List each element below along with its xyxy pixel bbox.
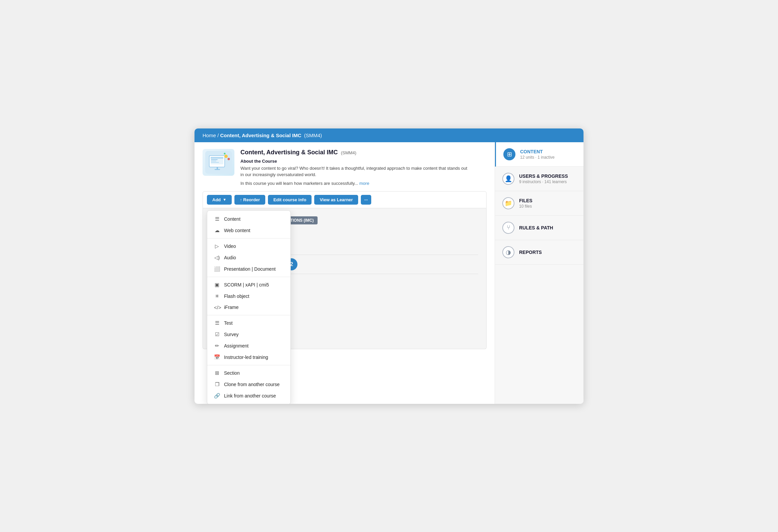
breadcrumb-home[interactable]: Home (203, 132, 216, 138)
dropdown-item-video[interactable]: ▷Video (207, 241, 290, 252)
flash-label: Flash object (224, 294, 249, 299)
web-content-icon: ☁ (214, 227, 220, 233)
sidebar-text-users-progress: USERS & PROGRESS9 instructors · 141 lear… (519, 173, 568, 184)
svg-point-9 (224, 155, 228, 158)
svg-rect-5 (211, 161, 216, 161)
sidebar-item-content[interactable]: ⊞CONTENT12 units · 1 inactive (495, 142, 584, 167)
svg-rect-6 (211, 162, 219, 163)
topbar: Home / Content, Advertising & Social IMC… (194, 128, 584, 142)
course-thumbnail (203, 149, 234, 176)
dropdown-item-flash[interactable]: ✳Flash object (207, 290, 290, 302)
dropdown-item-scorm[interactable]: ▣SCORM | xAPI | cmi5 (207, 279, 290, 290)
sidebar-title-content: CONTENT (520, 149, 555, 154)
iframe-icon: </> (214, 305, 220, 310)
dropdown-item-section[interactable]: ⊞Section (207, 367, 290, 379)
sidebar-subtitle-files: 10 files (519, 204, 533, 209)
add-dropdown-menu: ☰Content☁Web content▷Video◁)Audio⬜Presen… (207, 210, 291, 404)
audio-icon: ◁) (214, 255, 220, 261)
sidebar-subtitle-users-progress: 9 instructors · 141 learners (519, 179, 568, 184)
test-icon: ☰ (214, 320, 220, 326)
sidebar-item-users-progress[interactable]: 👤USERS & PROGRESS9 instructors · 141 lea… (495, 167, 584, 191)
dropdown-item-link[interactable]: 🔗Link from another course (207, 390, 290, 402)
ilt-label: Instructor-led training (224, 355, 268, 360)
files-icon: 📁 (502, 197, 514, 209)
scorm-icon: ▣ (214, 282, 220, 288)
rules-path-icon: ⑂ (502, 222, 514, 234)
reorder-button[interactable]: ↑ Reorder (234, 195, 265, 205)
sidebar-text-files: FILES10 files (519, 198, 533, 209)
sidebar-title-files: FILES (519, 198, 533, 203)
sidebar-title-reports: REPORTS (519, 250, 542, 255)
reports-icon: ◑ (502, 246, 514, 258)
clone-label: Clone from another course (224, 382, 280, 387)
sidebar-item-reports[interactable]: ◑REPORTS (495, 240, 584, 265)
assignment-label: Assignment (224, 343, 248, 349)
video-icon: ▷ (214, 243, 220, 249)
svg-rect-8 (215, 169, 220, 170)
sidebar-title-rules-path: RULES & PATH (519, 225, 553, 230)
main-layout: Content, Advertising & Social IMC (SMM4)… (194, 142, 584, 404)
dropdown-divider (207, 365, 290, 365)
dropdown-divider (207, 315, 290, 315)
dropdown-item-presentation[interactable]: ⬜Presentation | Document (207, 263, 290, 275)
right-sidebar: ⊞CONTENT12 units · 1 inactive👤USERS & PR… (495, 142, 584, 404)
survey-icon: ☑ (214, 331, 220, 337)
content-label: Content (224, 216, 240, 222)
add-button[interactable]: Add ▼ (207, 195, 232, 205)
learn-more-text: In this course you will learn how market… (240, 181, 468, 186)
dropdown-item-ilt[interactable]: 📅Instructor-led training (207, 352, 290, 363)
breadcrumb-separator: / (217, 132, 220, 138)
test-label: Test (224, 320, 233, 326)
svg-point-11 (224, 153, 225, 154)
users-progress-icon: 👤 (502, 173, 514, 185)
web-content-label: Web content (224, 228, 250, 233)
flash-icon: ✳ (214, 293, 220, 299)
course-header: Content, Advertising & Social IMC (SMM4)… (203, 149, 487, 186)
dropdown-item-survey[interactable]: ☑Survey (207, 329, 290, 340)
sidebar-text-rules-path: RULES & PATH (519, 225, 553, 230)
svg-rect-4 (211, 159, 218, 160)
sidebar-subtitle-content: 12 units · 1 inactive (520, 155, 555, 160)
dropdown-item-iframe[interactable]: </>iFrame (207, 302, 290, 313)
sidebar-text-reports: REPORTS (519, 250, 542, 255)
view-as-learner-button[interactable]: View as Learner (314, 195, 358, 205)
course-code: (SMM4) (341, 150, 356, 155)
dropdown-divider (207, 238, 290, 238)
more-options-button[interactable]: ··· (361, 195, 371, 205)
presentation-icon: ⬜ (214, 266, 220, 272)
learn-more-link[interactable]: more (359, 181, 370, 186)
video-label: Video (224, 244, 236, 249)
dropdown-item-web-content[interactable]: ☁Web content (207, 225, 290, 236)
dropdown-item-test[interactable]: ☰Test (207, 317, 290, 329)
svg-rect-3 (211, 157, 223, 159)
survey-label: Survey (224, 332, 239, 337)
link-icon: 🔗 (214, 393, 220, 399)
ilt-icon: 📅 (214, 354, 220, 360)
iframe-label: iFrame (224, 305, 239, 310)
dropdown-item-assignment[interactable]: ✏Assignment (207, 340, 290, 352)
course-description: Want your content to go viral? Who doesn… (240, 165, 468, 178)
content-icon: ⊞ (503, 148, 515, 160)
sidebar-item-files[interactable]: 📁FILES10 files (495, 191, 584, 216)
about-label: About the Course (240, 159, 468, 164)
content-area: Content, Advertising & Social IMC (SMM4)… (194, 142, 495, 404)
section-icon: ⊞ (214, 370, 220, 376)
edit-course-info-button[interactable]: Edit course info (268, 195, 312, 205)
scorm-label: SCORM | xAPI | cmi5 (224, 282, 269, 287)
audio-label: Audio (224, 255, 236, 260)
dropdown-item-content[interactable]: ☰Content (207, 213, 290, 225)
sidebar-text-content: CONTENT12 units · 1 inactive (520, 149, 555, 160)
course-info: Content, Advertising & Social IMC (SMM4)… (240, 149, 468, 186)
link-label: Link from another course (224, 393, 276, 398)
assignment-icon: ✏ (214, 343, 220, 349)
content-icon: ☰ (214, 216, 220, 222)
course-title: Content, Advertising & Social IMC (SMM4) (240, 149, 468, 156)
breadcrumb-current: Content, Advertising & Social IMC (220, 132, 301, 138)
dropdown-item-audio[interactable]: ◁)Audio (207, 252, 290, 263)
svg-rect-7 (217, 167, 218, 169)
breadcrumb-code: (SMM4) (304, 132, 322, 138)
section-label: Section (224, 370, 240, 376)
dropdown-item-clone[interactable]: ❐Clone from another course (207, 379, 290, 390)
sidebar-item-rules-path[interactable]: ⑂RULES & PATH (495, 216, 584, 240)
presentation-label: Presentation | Document (224, 266, 276, 272)
